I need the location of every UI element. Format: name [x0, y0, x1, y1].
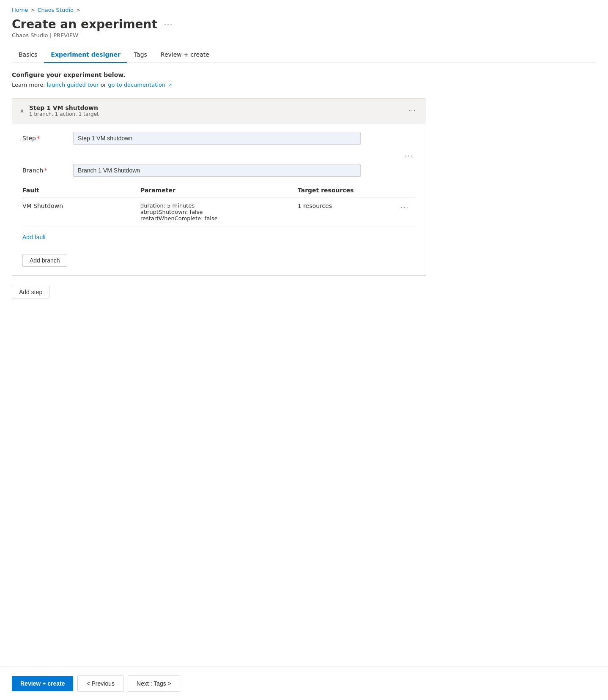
step-meta: 1 branch, 1 action, 1 target [29, 111, 99, 117]
add-step-button[interactable]: Add step [12, 286, 49, 298]
tab-basics[interactable]: Basics [12, 47, 44, 63]
page-header: Create an experiment ··· Chaos Studio | … [12, 17, 596, 38]
branch-form-row: Branch* [22, 164, 416, 177]
param-line-3: restartWhenComplete: false [140, 215, 293, 221]
col-parameter-header: Parameter [140, 183, 298, 197]
table-row: VM Shutdown duration: 5 minutes abruptSh… [22, 197, 416, 227]
documentation-link[interactable]: go to documentation ↗ [108, 82, 172, 88]
step-header: ∧ Step 1 VM shutdown 1 branch, 1 action,… [12, 98, 426, 123]
main-content: Home > Chaos Studio > Create an experime… [0, 0, 608, 667]
or-text: or [101, 82, 108, 88]
tab-review-create[interactable]: Review + create [154, 47, 216, 63]
step-title: Step 1 VM shutdown [29, 104, 99, 111]
tab-experiment-designer[interactable]: Experiment designer [44, 47, 127, 63]
step-label: Step* [22, 135, 73, 142]
next-tags-button[interactable]: Next : Tags > [128, 675, 180, 692]
page-more-options-button[interactable]: ··· [162, 19, 175, 30]
tabs-bar: Basics Experiment designer Tags Review +… [12, 47, 596, 63]
content-area: Configure your experiment below. Learn m… [12, 63, 596, 307]
col-actions-header [396, 183, 416, 197]
param-line-1: duration: 5 minutes [140, 202, 293, 209]
breadcrumb-home[interactable]: Home [12, 7, 28, 13]
breadcrumb-sep-2: > [76, 7, 80, 13]
fault-row-actions: ··· [396, 197, 416, 227]
fault-parameters: duration: 5 minutes abruptShutdown: fals… [140, 197, 298, 227]
tab-tags[interactable]: Tags [127, 47, 154, 63]
breadcrumb-sep-1: > [30, 7, 35, 13]
branch-label: Branch* [22, 167, 73, 174]
add-branch-button[interactable]: Add branch [22, 254, 67, 267]
page-subtitle: Chaos Studio | PREVIEW [12, 32, 596, 38]
step-card: ∧ Step 1 VM shutdown 1 branch, 1 action,… [12, 98, 426, 276]
page-title: Create an experiment [12, 17, 157, 31]
add-fault-button[interactable]: Add fault [22, 234, 46, 241]
step-form-row: Step* [22, 132, 416, 145]
fault-row-more-button[interactable]: ··· [399, 202, 411, 212]
external-link-icon: ↗ [168, 82, 172, 88]
footer: Review + create < Previous Next : Tags > [0, 667, 608, 700]
step-header-info: Step 1 VM shutdown 1 branch, 1 action, 1… [29, 104, 99, 117]
branch-required-star: * [44, 167, 47, 174]
step-required-star: * [37, 135, 40, 142]
guided-tour-link[interactable]: launch guided tour [47, 82, 99, 88]
previous-button[interactable]: < Previous [77, 675, 123, 692]
learn-more-row: Learn more; launch guided tour or go to … [12, 82, 596, 88]
param-line-2: abruptShutdown: false [140, 209, 293, 215]
step-body: Step* ··· Branch* [12, 123, 426, 275]
fault-name: VM Shutdown [22, 197, 140, 227]
col-target-header: Target resources [298, 183, 396, 197]
step-input[interactable] [73, 132, 361, 145]
branch-more-row: ··· [22, 151, 416, 161]
chevron-up-icon: ∧ [20, 107, 24, 114]
review-create-button[interactable]: Review + create [12, 676, 73, 691]
breadcrumb-chaos-studio[interactable]: Chaos Studio [37, 7, 74, 13]
step-header-left: ∧ Step 1 VM shutdown 1 branch, 1 action,… [19, 104, 99, 117]
branch-input[interactable] [73, 164, 361, 177]
branch-more-options-button[interactable]: ··· [403, 151, 416, 161]
step-more-options-button[interactable]: ··· [406, 106, 419, 115]
fault-target-resources: 1 resources [298, 197, 396, 227]
col-fault-header: Fault [22, 183, 140, 197]
collapse-step-button[interactable]: ∧ [19, 107, 25, 115]
learn-more-text: Learn more; [12, 82, 45, 88]
breadcrumb: Home > Chaos Studio > [12, 7, 596, 13]
fault-table: Fault Parameter Target resources VM Shut… [22, 183, 416, 227]
config-heading: Configure your experiment below. [12, 71, 596, 78]
